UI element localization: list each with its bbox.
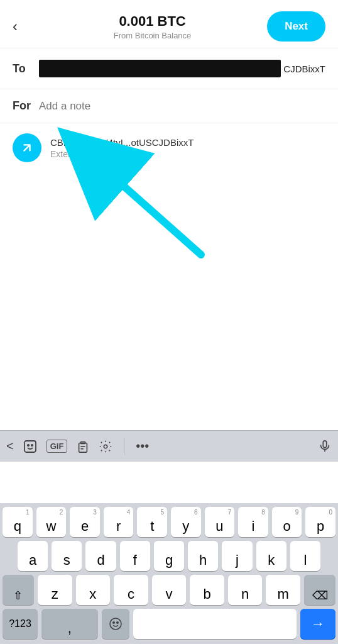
svg-point-3 [27,444,28,445]
keyboard-bottom-row: ?123,→ [3,609,335,639]
svg-point-9 [104,445,108,448]
key-a[interactable]: a [18,541,48,571]
key-go[interactable]: → [300,609,335,639]
key-h[interactable]: h [188,541,218,571]
to-address-container[interactable]: CJDBixxT [39,60,325,77]
key-v[interactable]: v [152,575,187,605]
for-input[interactable] [39,100,325,113]
key-p[interactable]: 0p [305,507,335,537]
key-num-switch[interactable]: ?123 [3,609,38,639]
key-q[interactable]: 1q [3,507,33,537]
key-space[interactable] [133,609,297,639]
toolbar-separator [124,438,124,455]
to-row: To CJDBixxT [0,48,338,89]
key-b[interactable]: b [190,575,224,605]
keyboard-back-icon[interactable]: < [6,439,14,453]
to-address-redacted [39,60,281,77]
svg-point-13 [112,622,114,623]
keyboard-row-1: 1q2w3e4r5t6y7u8i9o0p [3,507,335,537]
key-shift[interactable]: ⇧ [3,575,34,605]
keyboard-mic-icon[interactable] [318,440,332,453]
key-comma[interactable]: , [41,609,98,639]
key-n[interactable]: n [228,575,263,605]
keyboard: 1q2w3e4r5t6y7u8i9o0p asdfghjkl ⇧zxcvbnm⌫… [0,503,338,644]
suggestion-address-main: CBDSzLjaqIV4tyI...otUSCJDBixxT [50,137,289,148]
svg-point-14 [116,622,117,623]
key-e[interactable]: 3e [70,507,100,537]
keyboard-row-2: asdfghjkl [3,541,335,571]
keyboard-toolbar: < GIF ••• [0,430,338,462]
next-button[interactable]: Next [267,11,325,42]
keyboard-gif-icon[interactable]: GIF [46,440,68,453]
header-title: 0.001 BTC [38,13,267,30]
key-f[interactable]: f [120,541,150,571]
keyboard-more-icon[interactable]: ••• [136,439,149,453]
key-t[interactable]: 5t [137,507,167,537]
svg-point-12 [110,618,121,630]
key-k[interactable]: k [256,541,286,571]
keyboard-clipboard-icon[interactable] [76,440,90,453]
key-c[interactable]: c [114,575,148,605]
suggestion-address-sub: External address [50,149,325,159]
svg-rect-6 [79,443,87,452]
key-g[interactable]: g [154,541,184,571]
svg-rect-2 [25,441,36,452]
svg-point-4 [31,444,32,445]
back-button[interactable]: ‹ [13,18,38,35]
keyboard-settings-icon[interactable] [99,440,112,453]
key-w[interactable]: 2w [36,507,67,537]
key-backspace[interactable]: ⌫ [304,575,335,605]
key-y[interactable]: 6y [171,507,201,537]
svg-rect-10 [323,440,327,447]
keyboard-emoji-icon[interactable] [23,439,38,454]
key-z[interactable]: z [38,575,72,605]
key-s[interactable]: s [52,541,82,571]
key-i[interactable]: 8i [238,507,268,537]
header-center: 0.001 BTC From Bitcoin Balance [38,13,267,40]
for-row: For [0,89,338,123]
suggestion-icon [13,133,41,162]
keyboard-row-3: ⇧zxcvbnm⌫ [3,575,335,605]
key-r[interactable]: 4r [104,507,134,537]
key-emoji-bottom[interactable] [102,609,129,639]
to-label: To [13,62,31,75]
key-d[interactable]: d [85,541,116,571]
key-u[interactable]: 7u [205,507,235,537]
key-l[interactable]: l [290,541,320,571]
suggestion-area: CBDSzLjaqIV4tyI...otUSCJDBixxT External … [0,123,338,172]
key-m[interactable]: m [266,575,300,605]
suggestion-item[interactable]: CBDSzLjaqIV4tyI...otUSCJDBixxT External … [13,133,325,162]
header-subtitle: From Bitcoin Balance [38,31,267,40]
key-o[interactable]: 9o [272,507,302,537]
arrow-up-right-icon [20,141,34,155]
for-label: For [13,99,31,113]
key-x[interactable]: x [76,575,111,605]
key-j[interactable]: j [222,541,252,571]
to-address-end: CJDBixxT [283,64,325,74]
suggestion-text: CBDSzLjaqIV4tyI...otUSCJDBixxT External … [50,137,325,159]
header: ‹ 0.001 BTC From Bitcoin Balance Next [0,0,338,48]
